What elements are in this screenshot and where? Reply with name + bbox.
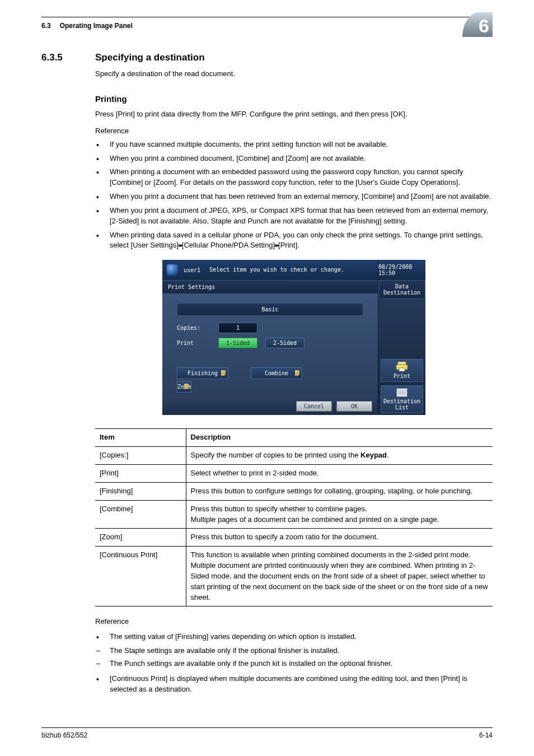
table-cell-desc: Press this button to specify whether to …	[186, 500, 493, 529]
table-row: [Print] Select whether to print in 2-sid…	[95, 464, 493, 482]
svg-rect-2	[399, 368, 405, 371]
running-header-num: 6.3	[41, 22, 51, 30]
printer-icon	[396, 362, 408, 372]
print-side-button[interactable]: Print	[381, 359, 423, 382]
footer-model: bizhub 652/552	[41, 731, 87, 739]
table-cell-item: [Copies:]	[95, 447, 186, 465]
zoom-button[interactable]: Zoom	[177, 381, 191, 393]
table-cell-desc: This function is available when printing…	[186, 547, 493, 606]
running-header: 6.3 Operating Image Panel	[41, 22, 493, 30]
reference-item: When printing data saved in a cellular p…	[95, 230, 493, 251]
copies-label: Copies:	[177, 325, 210, 331]
reference-item: When you print a combined document, [Com…	[95, 153, 493, 164]
copies-value[interactable]: 1	[218, 323, 257, 333]
chapter-badge: 6	[462, 12, 493, 37]
reference-list-3: [Continuous Print] is displayed when mul…	[95, 674, 493, 695]
reference-item: When printing a document with an embedde…	[95, 167, 493, 188]
table-cell-item: [Combine]	[95, 500, 186, 529]
reference-subitem: The Punch settings are available only if…	[95, 659, 493, 669]
panel-username: user1	[184, 267, 200, 273]
panel-title: Print Settings	[162, 280, 378, 294]
reference-label: Reference	[95, 127, 493, 135]
reference-sublist: The Staple settings are available only i…	[95, 646, 493, 669]
printing-lead: Press [Print] to print data directly fro…	[95, 109, 493, 120]
table-row: [Finishing] Press this button to configu…	[95, 482, 493, 500]
reference-item: [Continuous Print] is displayed when mul…	[95, 674, 493, 695]
panel-hint: Select item you wish to check or change.	[209, 267, 344, 273]
table-cell-item: [Continuous Print]	[95, 547, 186, 606]
reference-list: If you have scanned multiple documents, …	[95, 139, 493, 251]
list-icon	[396, 388, 408, 397]
table-cell-desc: Select whether to print in 2-sided mode.	[186, 464, 493, 482]
section-title: Specifying a destination	[95, 52, 205, 63]
printing-heading: Printing	[95, 94, 493, 104]
reference-item: When you print a document of JPEG, XPS, …	[95, 206, 493, 227]
table-cell-item: [Zoom]	[95, 529, 186, 547]
table-cell-desc: Press this button to specify a zoom rati…	[186, 529, 493, 547]
user-icon	[167, 264, 178, 276]
reference-list-2: The setting value of [Finishing] varies …	[95, 632, 493, 642]
svg-rect-0	[398, 362, 406, 365]
reference-item: When you print a document that has been …	[95, 192, 493, 202]
running-header-title: Operating Image Panel	[60, 22, 133, 30]
table-row: [Combine] Press this button to specify w…	[95, 500, 493, 529]
tab-basic[interactable]: Basic	[177, 303, 363, 316]
section-number: 6.3.5	[41, 52, 95, 63]
destination-list-button[interactable]: Destination List	[381, 385, 423, 413]
panel-datetime: 08/29/2008 15:50	[378, 260, 425, 280]
print-mode-label: Print	[177, 340, 210, 346]
section-intro: Specify a destination of the read docume…	[95, 69, 493, 80]
finishing-button[interactable]: Finishing	[177, 367, 228, 379]
combine-button[interactable]: Combine	[251, 367, 302, 379]
table-cell-desc: Specify the number of copies to be print…	[186, 447, 493, 465]
table-cell-item: [Print]	[95, 464, 186, 482]
one-sided-button[interactable]: 1-Sided	[218, 338, 257, 348]
page-footer: bizhub 652/552 6-14	[41, 727, 493, 739]
table-cell-desc: Press this button to configure settings …	[186, 482, 493, 500]
reference-item: The setting value of [Finishing] varies …	[95, 632, 493, 642]
ok-button[interactable]: OK	[336, 401, 372, 412]
table-head-desc: Description	[186, 429, 493, 447]
table-head-item: Item	[95, 429, 186, 447]
table-row: [Copies:] Specify the number of copies t…	[95, 447, 493, 465]
two-sided-button[interactable]: 2-Sided	[265, 338, 305, 348]
data-destination-button[interactable]: Data Destination	[378, 280, 425, 299]
reference-item: If you have scanned multiple documents, …	[95, 139, 493, 150]
table-row: [Continuous Print] This function is avai…	[95, 547, 493, 606]
reference-label-2: Reference	[95, 617, 493, 627]
footer-page: 6-14	[479, 731, 493, 739]
table-row: [Zoom] Press this button to specify a zo…	[95, 529, 493, 547]
table-cell-item: [Finishing]	[95, 482, 186, 500]
reference-subitem: The Staple settings are available only i…	[95, 646, 493, 656]
print-settings-screenshot: user1 Select item you wish to check or c…	[162, 260, 425, 415]
cancel-button[interactable]: Cancel	[296, 401, 332, 412]
settings-table: Item Description [Copies:] Specify the n…	[95, 428, 493, 606]
